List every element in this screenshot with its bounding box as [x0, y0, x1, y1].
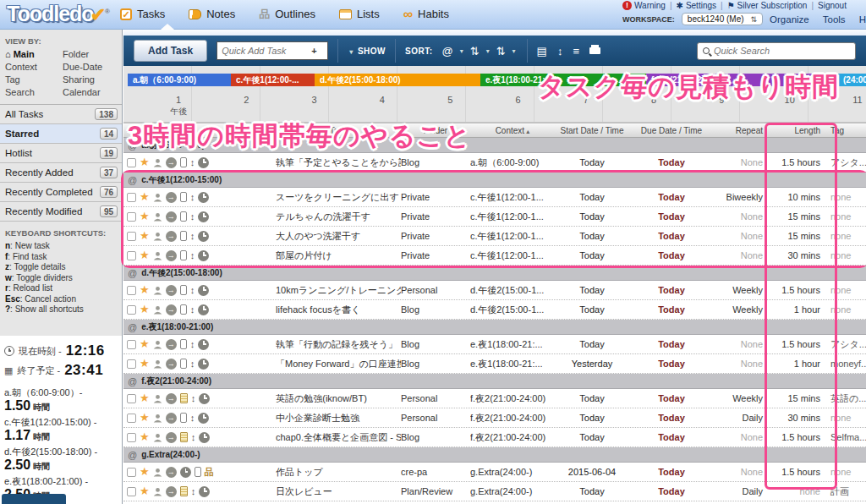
- forward-icon[interactable]: →: [166, 231, 177, 242]
- task-context[interactable]: f.夜2(21:00-24:00): [470, 392, 555, 405]
- star-icon[interactable]: ★: [140, 393, 150, 403]
- task-row[interactable]: ★→↕大人のやつ洗濯干すPrivatec.午後1(12:00-1...Today…: [123, 227, 866, 246]
- add-task-button[interactable]: Add Task: [134, 40, 207, 62]
- menu-link-help[interactable]: Help: [859, 14, 866, 25]
- task-folder[interactable]: Blog: [401, 339, 470, 349]
- task-title[interactable]: 執筆「予定とやることをから計画を立...: [276, 156, 401, 169]
- show-menu-button[interactable]: ▾ SHOW: [348, 47, 386, 56]
- sort-option-icon[interactable]: @: [442, 45, 453, 58]
- task-context[interactable]: c.午後1(12:00-1...: [470, 211, 555, 223]
- task-folder[interactable]: Private: [401, 192, 470, 202]
- person-icon[interactable]: [153, 193, 162, 202]
- task-context[interactable]: d.午後2(15:00-1...: [470, 304, 555, 316]
- task-title[interactable]: 日次レビュー: [276, 485, 401, 498]
- phone-icon[interactable]: [180, 192, 187, 202]
- account-link-settings[interactable]: ✱Settings: [676, 1, 716, 10]
- phone-icon[interactable]: [180, 211, 187, 222]
- forward-icon[interactable]: →: [166, 250, 177, 261]
- column-header-repeat[interactable]: Repeat: [714, 126, 766, 135]
- task-title[interactable]: 大人のやつ洗濯干す: [276, 230, 401, 243]
- person-icon[interactable]: [153, 468, 162, 477]
- nav-item-outlines[interactable]: 品Outlines: [259, 7, 315, 22]
- updown-icon[interactable]: ↕: [190, 158, 195, 167]
- account-link-warning[interactable]: !Warning: [622, 1, 666, 10]
- section-header[interactable]: @d.午後2(15:00-18:00): [123, 266, 866, 281]
- task-context[interactable]: f.夜2(21:00-24:00): [470, 431, 555, 444]
- column-header-task[interactable]: Task: [276, 126, 401, 135]
- task-context[interactable]: d.午後2(15:00-1...: [470, 284, 555, 297]
- column-header-folder[interactable]: Folder: [401, 126, 470, 135]
- workspace-select[interactable]: beck1240 (Me)⇅: [682, 13, 763, 25]
- star-icon[interactable]: ★: [140, 250, 150, 260]
- task-title[interactable]: 作品トップ: [276, 466, 401, 479]
- task-folder[interactable]: Personal: [401, 285, 470, 295]
- task-folder[interactable]: Blog: [401, 157, 470, 167]
- person-icon[interactable]: [153, 433, 162, 442]
- task-folder[interactable]: Private: [401, 250, 470, 260]
- phone-icon[interactable]: [180, 304, 187, 315]
- forward-icon[interactable]: →: [166, 486, 177, 497]
- task-title[interactable]: lifehack focusを書く: [276, 304, 401, 316]
- updown-icon[interactable]: ↕: [190, 232, 195, 241]
- phone-icon[interactable]: [180, 339, 187, 349]
- checkbox-icon[interactable]: [127, 433, 136, 442]
- view-by-folder[interactable]: Folder: [63, 49, 117, 59]
- nav-item-lists[interactable]: Lists: [339, 8, 380, 20]
- updown-icon[interactable]: ↕: [190, 340, 195, 349]
- section-header[interactable]: @f.夜2(21:00-24:00): [123, 374, 866, 389]
- task-context[interactable]: g.Extra(24:00-): [470, 486, 555, 496]
- list-view-icon[interactable]: ▤: [537, 45, 547, 58]
- timer-icon[interactable]: [198, 413, 209, 424]
- task-row[interactable]: ★→↕執筆「行動の記録を残そう」Bloge.夜1(18:00-21:...Tod…: [123, 335, 866, 354]
- account-link-signout[interactable]: Signout: [818, 1, 847, 10]
- quick-add-plus-icon[interactable]: +: [311, 46, 316, 56]
- task-title[interactable]: 執筆「行動の記録を残そう」: [276, 338, 401, 351]
- view-by-context[interactable]: Context: [5, 62, 63, 72]
- task-context[interactable]: g.Extra(24:00-): [470, 467, 555, 477]
- task-row[interactable]: ★→↕chap0.全体概要と企画意図 - Selfmana...Blogf.夜2…: [123, 428, 866, 447]
- phone-icon[interactable]: [180, 285, 187, 295]
- print-icon[interactable]: [589, 47, 600, 54]
- task-row[interactable]: ★→↕日次レビューPlan/Reviewg.Extra(24:00-)Today…: [123, 482, 866, 501]
- sidebar-item-recently-added[interactable]: Recently Added37: [0, 163, 122, 183]
- task-row[interactable]: ★→↕部屋の片付けPrivatec.午後1(12:00-1...TodayTod…: [123, 246, 866, 266]
- sidebar-item-recently-modified[interactable]: Recently Modified95: [0, 202, 122, 222]
- phone-icon[interactable]: [180, 413, 187, 423]
- forward-icon[interactable]: →: [166, 157, 177, 168]
- person-icon[interactable]: [153, 212, 162, 222]
- time-band[interactable]: e.夜1(18:00-21:00): [480, 74, 646, 86]
- note-icon[interactable]: [180, 432, 188, 442]
- timer-icon[interactable]: [198, 359, 209, 370]
- updown-icon[interactable]: ↕: [190, 305, 195, 315]
- phone-icon[interactable]: [180, 157, 187, 167]
- sidebar-item-starred[interactable]: Starred14: [0, 124, 122, 144]
- updown-icon[interactable]: ↕: [191, 394, 196, 403]
- sidebar-item-hotlist[interactable]: Hotlist19: [0, 144, 122, 163]
- menu-link-tools[interactable]: Tools: [823, 14, 846, 25]
- task-folder[interactable]: cre-pa: [401, 467, 470, 477]
- checkbox-icon[interactable]: [127, 340, 136, 349]
- task-row[interactable]: ★→↕英語の勉強(iknow/BT)Personalf.夜2(21:00-24:…: [123, 389, 866, 408]
- task-folder[interactable]: Blog: [401, 432, 470, 442]
- account-link-silver-subscription[interactable]: ⚑Silver Subscription: [727, 1, 808, 10]
- star-icon[interactable]: ★: [140, 231, 150, 241]
- forward-icon[interactable]: →: [166, 432, 177, 443]
- person-icon[interactable]: [153, 286, 162, 295]
- checkbox-icon[interactable]: [127, 212, 136, 222]
- forward-icon[interactable]: →: [166, 359, 177, 370]
- task-context[interactable]: c.午後1(12:00-1...: [470, 230, 555, 243]
- time-band[interactable]: a.朝（6:00-9:00): [128, 74, 231, 86]
- star-icon[interactable]: ★: [140, 157, 150, 167]
- time-band[interactable]: d.午後2(15:00-18:00): [315, 74, 480, 86]
- task-title[interactable]: 部屋の片付け: [276, 249, 401, 262]
- task-row[interactable]: ★→↕執筆「予定とやることをから計画を立...Bloga.朝（6:00-9:00…: [123, 153, 866, 173]
- updown-icon[interactable]: ↕: [190, 286, 195, 295]
- timer-icon[interactable]: [199, 393, 210, 404]
- person-icon[interactable]: [153, 158, 162, 167]
- task-row[interactable]: ★→↕lifehack focusを書くBlogd.午後2(15:00-1...…: [123, 300, 866, 320]
- star-icon[interactable]: ★: [140, 467, 150, 477]
- divider-icon[interactable]: ↕: [557, 45, 563, 58]
- task-title[interactable]: スーツをクリーニングに出す: [276, 191, 401, 204]
- task-title[interactable]: 「Money Forward」の口座連携、バジ...: [276, 358, 401, 370]
- multiline-icon[interactable]: ≡: [573, 45, 579, 58]
